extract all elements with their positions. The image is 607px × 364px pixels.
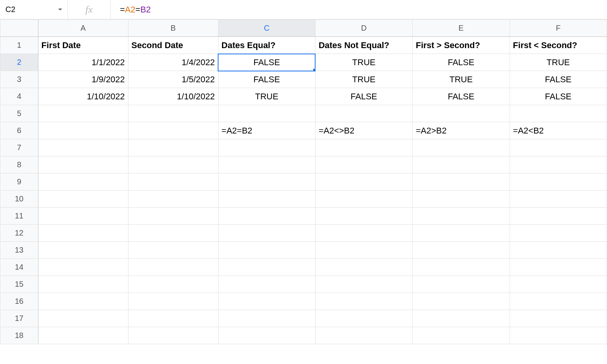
cell-F12[interactable] (510, 225, 607, 242)
row-header-2[interactable]: 2 (0, 54, 38, 71)
cell-E18[interactable] (413, 327, 510, 344)
cell-F11[interactable] (510, 208, 607, 225)
cell-F14[interactable] (510, 259, 607, 276)
fx-icon[interactable]: fx (68, 0, 111, 19)
cell-B4[interactable]: 1/10/2022 (128, 88, 218, 105)
chevron-down-icon[interactable] (58, 9, 62, 10)
cell-F8[interactable] (510, 156, 607, 173)
row-header-16[interactable]: 16 (0, 293, 38, 310)
cell-D14[interactable] (315, 259, 412, 276)
cell-C7[interactable] (218, 139, 315, 156)
cell-F9[interactable] (510, 173, 607, 191)
name-box[interactable]: C2 (0, 0, 68, 19)
cell-E7[interactable] (413, 139, 510, 156)
row-header-4[interactable]: 4 (0, 88, 38, 105)
cell-D10[interactable] (315, 191, 412, 208)
cell-B6[interactable] (128, 122, 218, 139)
cell-D12[interactable] (315, 225, 412, 242)
cell-B11[interactable] (128, 208, 218, 225)
cell-A2[interactable]: 1/1/2022 (38, 54, 128, 71)
row-header-12[interactable]: 12 (0, 225, 38, 242)
cell-E6[interactable]: =A2>B2 (413, 122, 510, 139)
cell-A8[interactable] (38, 156, 128, 173)
cell-A9[interactable] (38, 173, 128, 191)
cell-C13[interactable] (218, 242, 315, 259)
cell-A1[interactable]: First Date (38, 37, 128, 54)
row-header-3[interactable]: 3 (0, 71, 38, 88)
col-header-E[interactable]: E (413, 20, 510, 37)
cell-B2[interactable]: 1/4/2022 (128, 54, 218, 71)
cell-C8[interactable] (218, 156, 315, 173)
col-header-C[interactable]: C (218, 20, 315, 37)
cell-A4[interactable]: 1/10/2022 (38, 88, 128, 105)
row-header-10[interactable]: 10 (0, 191, 38, 208)
cell-B3[interactable]: 1/5/2022 (128, 71, 218, 88)
cell-D9[interactable] (315, 173, 412, 191)
cell-E1[interactable]: First > Second? (413, 37, 510, 54)
row-header-15[interactable]: 15 (0, 276, 38, 293)
cell-A17[interactable] (38, 310, 128, 327)
cell-A15[interactable] (38, 276, 128, 293)
cell-B16[interactable] (128, 293, 218, 310)
cell-F3[interactable]: FALSE (510, 71, 607, 88)
cell-C2[interactable]: FALSE (218, 54, 315, 71)
cell-A13[interactable] (38, 242, 128, 259)
cell-C15[interactable] (218, 276, 315, 293)
cell-B14[interactable] (128, 259, 218, 276)
cell-C10[interactable] (218, 191, 315, 208)
cell-D16[interactable] (315, 293, 412, 310)
cell-D11[interactable] (315, 208, 412, 225)
cell-D7[interactable] (315, 139, 412, 156)
cell-A10[interactable] (38, 191, 128, 208)
cell-B12[interactable] (128, 225, 218, 242)
row-header-5[interactable]: 5 (0, 105, 38, 122)
cell-E3[interactable]: TRUE (413, 71, 510, 88)
row-header-18[interactable]: 18 (0, 327, 38, 344)
cell-C14[interactable] (218, 259, 315, 276)
cell-A12[interactable] (38, 225, 128, 242)
cell-E5[interactable] (413, 105, 510, 122)
row-header-8[interactable]: 8 (0, 156, 38, 173)
cell-F1[interactable]: First < Second? (510, 37, 607, 54)
cell-E9[interactable] (413, 173, 510, 191)
col-header-D[interactable]: D (315, 20, 412, 37)
cell-C18[interactable] (218, 327, 315, 344)
cell-F15[interactable] (510, 276, 607, 293)
cell-D3[interactable]: TRUE (315, 71, 412, 88)
cell-B7[interactable] (128, 139, 218, 156)
row-header-6[interactable]: 6 (0, 122, 38, 139)
cell-C16[interactable] (218, 293, 315, 310)
cell-B13[interactable] (128, 242, 218, 259)
cell-E16[interactable] (413, 293, 510, 310)
cell-D4[interactable]: FALSE (315, 88, 412, 105)
cell-C12[interactable] (218, 225, 315, 242)
col-header-F[interactable]: F (510, 20, 607, 37)
cell-B5[interactable] (128, 105, 218, 122)
cell-B9[interactable] (128, 173, 218, 191)
select-all-corner[interactable] (0, 20, 38, 37)
cell-E12[interactable] (413, 225, 510, 242)
cell-A3[interactable]: 1/9/2022 (38, 71, 128, 88)
cell-F2[interactable]: TRUE (510, 54, 607, 71)
cell-C5[interactable] (218, 105, 315, 122)
cell-E8[interactable] (413, 156, 510, 173)
formula-input[interactable]: =A2=B2 (111, 0, 607, 19)
cell-B10[interactable] (128, 191, 218, 208)
cell-C6[interactable]: =A2=B2 (218, 122, 315, 139)
cell-A14[interactable] (38, 259, 128, 276)
cell-D17[interactable] (315, 310, 412, 327)
cell-D18[interactable] (315, 327, 412, 344)
cell-A16[interactable] (38, 293, 128, 310)
row-header-7[interactable]: 7 (0, 139, 38, 156)
cell-F18[interactable] (510, 327, 607, 344)
cell-A18[interactable] (38, 327, 128, 344)
cell-B17[interactable] (128, 310, 218, 327)
cell-E10[interactable] (413, 191, 510, 208)
row-header-17[interactable]: 17 (0, 310, 38, 327)
cell-D13[interactable] (315, 242, 412, 259)
cell-C17[interactable] (218, 310, 315, 327)
cell-F5[interactable] (510, 105, 607, 122)
row-header-11[interactable]: 11 (0, 208, 38, 225)
cell-E15[interactable] (413, 276, 510, 293)
cell-F6[interactable]: =A2<B2 (510, 122, 607, 139)
